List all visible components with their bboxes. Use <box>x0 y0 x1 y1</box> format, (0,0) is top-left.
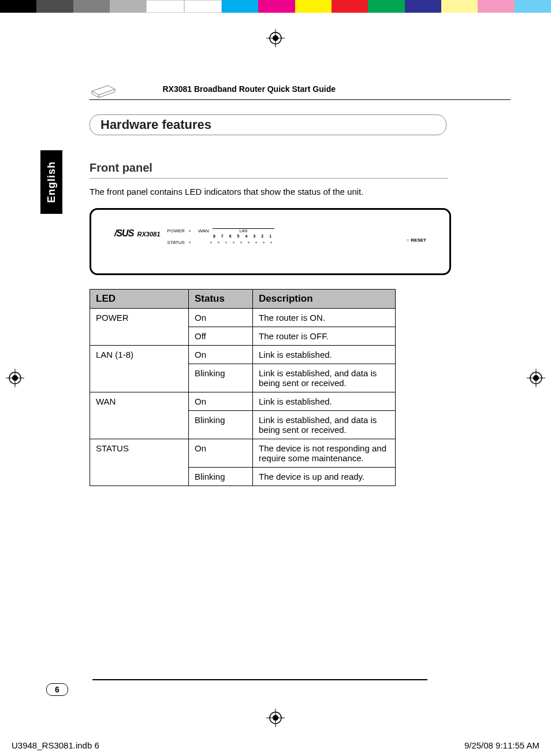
table-row: WANOnLink is established. <box>90 392 396 411</box>
registration-mark-icon <box>266 29 285 47</box>
page-header: RX3081 Broadband Router Quick Start Guid… <box>90 81 511 100</box>
status-label: STATUS <box>167 240 185 245</box>
registration-mark-icon <box>266 709 285 727</box>
footer-rule <box>92 679 427 680</box>
registration-mark-icon <box>6 369 24 387</box>
led-status-table: LED Status Description POWEROnThe router… <box>90 289 396 486</box>
footer-filename: U3948_RS3081.indb 6 <box>12 740 99 750</box>
section-title: Hardware features <box>100 117 435 132</box>
table-row: POWEROnThe router is ON. <box>90 309 396 327</box>
reset-label: RESET <box>406 238 426 243</box>
subsection-heading: Front panel <box>90 161 448 179</box>
registration-mark-icon <box>527 369 545 387</box>
language-tab: English <box>40 150 62 214</box>
document-title: RX3081 Broadband Router Quick Start Guid… <box>162 84 336 94</box>
lan-port-numbers: 87654321 <box>210 234 274 239</box>
footer-timestamp: 9/25/08 9:11:55 AM <box>464 740 539 750</box>
power-label: POWER <box>167 228 185 234</box>
print-color-bar <box>0 0 551 13</box>
table-row: LAN (1-8)OnLink is established. <box>90 346 396 364</box>
page-number: 6 <box>46 683 68 696</box>
body-text: The front panel contains LED indicators … <box>90 187 448 197</box>
brand-logo: /SUS <box>114 228 133 238</box>
th-status: Status <box>189 290 253 309</box>
section-heading-pill: Hardware features <box>90 114 446 135</box>
router-icon <box>90 81 117 98</box>
th-description: Description <box>253 290 396 309</box>
table-row: STATUSOnThe device is not responding and… <box>90 439 396 468</box>
lan-label: LAN <box>213 228 274 233</box>
wan-label: WAN <box>198 228 209 234</box>
front-panel-diagram: /SUS RX3081 POWER WAN LAN 87654321 STATU… <box>90 208 451 275</box>
th-led: LED <box>90 290 189 309</box>
model-label: RX3081 <box>137 231 161 238</box>
